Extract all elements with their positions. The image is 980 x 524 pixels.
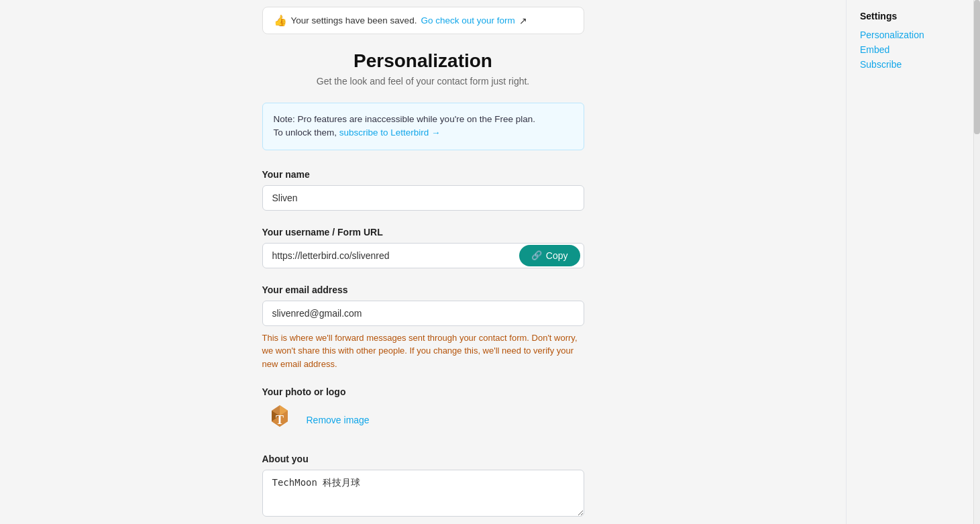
about-label: About you bbox=[262, 454, 584, 464]
check-form-link[interactable]: Go check out your form bbox=[421, 15, 514, 25]
email-field-group: Your email address This is where we'll f… bbox=[262, 284, 584, 371]
copy-button-label: Copy bbox=[546, 250, 568, 261]
sidebar-link-subscribe[interactable]: Subscribe bbox=[860, 59, 967, 70]
username-label: Your username / Form URL bbox=[262, 227, 584, 238]
username-field-group: Your username / Form URL 🔗 Copy bbox=[262, 227, 584, 268]
remove-image-link[interactable]: Remove image bbox=[307, 415, 370, 425]
sidebar-link-personalization[interactable]: Personalization bbox=[860, 30, 967, 40]
external-link-icon: ↗ bbox=[519, 15, 527, 26]
copy-button[interactable]: 🔗 Copy bbox=[519, 245, 580, 266]
photo-label: Your photo or logo bbox=[262, 386, 584, 397]
url-input-wrapper: 🔗 Copy bbox=[262, 243, 584, 268]
thumbs-up-icon: 👍 bbox=[274, 14, 287, 27]
email-input[interactable] bbox=[262, 301, 584, 326]
name-label: Your name bbox=[262, 169, 584, 180]
name-input[interactable] bbox=[262, 185, 584, 211]
page-title: Personalization bbox=[262, 50, 584, 72]
info-box-text: Note: Pro features are inaccessible whil… bbox=[274, 114, 536, 138]
scrollbar-track[interactable] bbox=[973, 0, 980, 524]
sidebar-nav: Personalization Embed Subscribe bbox=[860, 30, 967, 70]
about-textarea[interactable]: TechMoon 科技月球 bbox=[262, 470, 584, 517]
info-box: Note: Pro features are inaccessible whil… bbox=[262, 103, 584, 150]
main-content: 👍 Your settings have been saved. Go chec… bbox=[0, 0, 846, 524]
sidebar-title: Settings bbox=[860, 11, 967, 21]
settings-sidebar: Settings Personalization Embed Subscribe bbox=[846, 0, 980, 524]
toast-notification: 👍 Your settings have been saved. Go chec… bbox=[262, 7, 584, 34]
toast-message: Your settings have been saved. bbox=[291, 15, 417, 25]
photo-field-group: Your photo or logo T Remove image bbox=[262, 386, 584, 437]
sidebar-link-embed[interactable]: Embed bbox=[860, 44, 967, 55]
page-subtitle: Get the look and feel of your contact fo… bbox=[262, 76, 584, 87]
link-icon: 🔗 bbox=[531, 250, 542, 260]
svg-text:T: T bbox=[275, 413, 283, 427]
email-label: Your email address bbox=[262, 284, 584, 295]
name-field-group: Your name bbox=[262, 169, 584, 211]
about-field-group: About you TechMoon 科技月球 Optional. Displa… bbox=[262, 454, 584, 524]
logo-image: T bbox=[262, 403, 297, 437]
photo-section: T Remove image bbox=[262, 403, 584, 437]
email-helper-text: This is where we'll forward messages sen… bbox=[262, 331, 584, 371]
subscribe-link[interactable]: subscribe to Letterbird → bbox=[339, 127, 441, 138]
content-wrapper: 👍 Your settings have been saved. Go chec… bbox=[262, 0, 584, 524]
scrollbar-thumb[interactable] bbox=[974, 0, 980, 134]
